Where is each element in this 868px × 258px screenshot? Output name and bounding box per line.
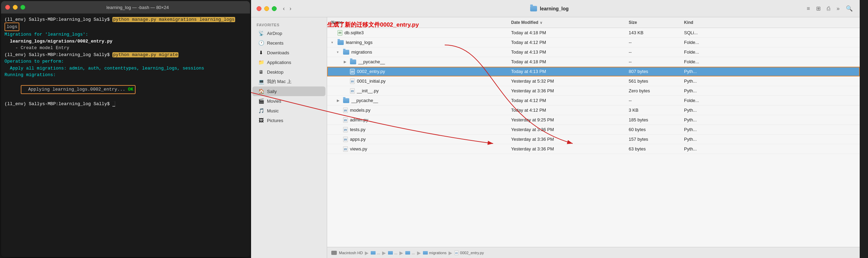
file-row-views[interactable]: py views.py Yesterday at 3:36 PM 63 byte… xyxy=(327,144,860,154)
file-row-db[interactable]: db db.sqlite3 Today at 4:18 PM 143 KB SQ… xyxy=(327,28,860,38)
sidebar-item-downloads[interactable]: ⬇ Downloads xyxy=(252,48,325,57)
statusbar-folder-1[interactable]: ... xyxy=(371,251,380,255)
file-date-migrations: Today at 4:13 PM xyxy=(507,49,625,55)
cmd-makemigrations: python manage.py makemigrations learning… xyxy=(112,17,235,22)
cmd-box-logs: logs xyxy=(4,22,19,31)
statusbar-migrations[interactable]: migrations xyxy=(423,251,447,255)
file-name-pycache1: ▶ __pycache__ xyxy=(327,58,507,65)
file-row-migrations[interactable]: ▾ migrations Today at 4:13 PM -- Folde..… xyxy=(327,47,860,57)
finder-close-button[interactable] xyxy=(257,6,261,11)
expand-arrow-pycache2[interactable]: ▶ xyxy=(337,99,341,102)
statusbar-folder-icon-2 xyxy=(388,251,393,255)
file-row-apps[interactable]: py apps.py Yesterday at 3:36 PM 157 byte… xyxy=(327,135,860,144)
py-icon-init: py xyxy=(350,88,355,94)
sidebar-item-pictures[interactable]: 🖼 Pictures xyxy=(252,116,325,125)
applications-icon: 📁 xyxy=(258,59,264,65)
view-list-icon[interactable]: ≡ xyxy=(805,4,811,13)
music-icon: 🎵 xyxy=(258,108,264,114)
file-row-admin[interactable]: py admin.py Yesterday at 9:25 PM 185 byt… xyxy=(327,115,860,125)
sidebar-item-label-downloads: Downloads xyxy=(267,50,289,55)
movies-icon: 🎬 xyxy=(258,98,264,104)
maximize-button[interactable] xyxy=(20,5,25,10)
search-icon[interactable]: 🔍 xyxy=(844,4,854,13)
view-grid-icon[interactable]: ⊞ xyxy=(815,4,822,13)
file-row-init[interactable]: py __init__.py Yesterday at 3:36 PM Zero… xyxy=(327,86,860,96)
file-date-0001-initial: Yesterday at 5:32 PM xyxy=(507,78,625,84)
file-name-db: db db.sqlite3 xyxy=(327,29,507,36)
file-date-learning-logs: Today at 4:12 PM xyxy=(507,39,625,46)
sidebar-item-recents[interactable]: 🕐 Recents xyxy=(252,38,325,48)
sidebar-item-sally[interactable]: 🏠 Sally xyxy=(252,86,325,96)
minimize-button[interactable] xyxy=(13,5,18,10)
py-icon-0002: py xyxy=(350,69,355,74)
statusbar-macintosh-hd: Macintosh HD xyxy=(339,251,363,255)
file-kind-models: Pyth... xyxy=(680,107,860,113)
sidebar-item-label-applications: Applications xyxy=(267,60,291,65)
file-size-pycache2: -- xyxy=(625,97,680,104)
file-kind-0002-entry: Pyth... xyxy=(680,68,860,75)
terminal-line-4: - Create model Entry xyxy=(4,45,247,52)
py-icon-0001: py xyxy=(350,79,355,84)
file-row-pycache1[interactable]: ▶ __pycache__ Today at 4:18 PM -- Folde.… xyxy=(327,57,860,67)
finder-maximize-button[interactable] xyxy=(272,6,277,11)
sidebar-item-movies[interactable]: 🎬 Movies xyxy=(252,96,325,106)
file-row-0001-initial[interactable]: py 0001_initial.py Yesterday at 5:32 PM … xyxy=(327,76,860,86)
py-icon-admin: py xyxy=(343,117,348,123)
share-icon[interactable]: ⎙ xyxy=(825,4,832,13)
statusbar-folder-3[interactable]: ... xyxy=(405,251,415,255)
file-size-views: 63 bytes xyxy=(625,146,680,152)
file-name-views: py views.py xyxy=(327,146,507,153)
file-row-0002-entry[interactable]: py 0002_entry.py Today at 4:13 PM 807 by… xyxy=(327,67,860,76)
file-name-0001-initial: py 0001_initial.py xyxy=(327,78,507,85)
statusbar-file: py 0002_entry.py xyxy=(454,250,484,255)
file-size-migrations: -- xyxy=(625,49,680,55)
statusbar-folder-icon-3 xyxy=(405,251,410,255)
sidebar-item-label-mac: 我的 Mac 上 xyxy=(267,79,292,85)
finder-sidebar: Favorites 📡 AirDrop 🕐 Recents ⬇ Download… xyxy=(251,17,327,258)
sidebar-item-music[interactable]: 🎵 Music xyxy=(252,106,325,116)
col-date-modified: Date Modified ∨ xyxy=(507,19,625,26)
file-size-init: Zero bytes xyxy=(625,87,680,94)
sally-icon: 🏠 xyxy=(258,88,264,94)
statusbar-folder-2[interactable]: ... xyxy=(388,251,397,255)
file-size-admin: 185 bytes xyxy=(625,117,680,123)
file-row-tests[interactable]: py tests.py Yesterday at 3:36 PM 60 byte… xyxy=(327,125,860,135)
terminal-line-10: (ll_env) Sallys-MBP:learning_log Sally$ … xyxy=(4,101,247,108)
sidebar-item-desktop[interactable]: 🖥 Desktop xyxy=(252,67,325,77)
terminal-body: (ll_env) Sallys-MBP:learning_log Sally$ … xyxy=(1,13,250,257)
sidebar-item-applications[interactable]: 📁 Applications xyxy=(252,57,325,67)
pictures-icon: 🖼 xyxy=(258,117,264,123)
expand-arrow-pycache1[interactable]: ▶ xyxy=(344,60,348,64)
close-button[interactable] xyxy=(5,5,10,10)
file-row-learning-logs[interactable]: ▾ learning_logs Today at 4:12 PM -- Fold… xyxy=(327,38,860,47)
py-icon-apps: py xyxy=(343,137,348,142)
file-name-learning-logs: ▾ learning_logs xyxy=(327,39,507,46)
finder-toolbar-right: ≡ ⊞ ⎙ » 🔍 xyxy=(805,4,854,13)
sidebar-item-label-sally: Sally xyxy=(267,89,277,94)
file-name-admin: py admin.py xyxy=(327,117,507,123)
traffic-lights xyxy=(5,5,25,10)
terminal-line-1: (ll_env) Sallys-MBP:learning_log Sally$ … xyxy=(4,16,247,23)
more-options-icon[interactable]: » xyxy=(835,4,841,13)
back-button[interactable]: ‹ xyxy=(281,4,287,13)
finder-minimize-button[interactable] xyxy=(264,6,269,11)
mac-icon: 💻 xyxy=(258,79,264,85)
col-size: Size xyxy=(625,19,680,26)
expand-arrow-learning-logs[interactable]: ▾ xyxy=(331,40,335,44)
file-date-apps: Yesterday at 3:36 PM xyxy=(507,136,625,142)
terminal-title: learning_log — -bash — 80×24 xyxy=(29,5,246,10)
statusbar-py-icon: py xyxy=(454,250,459,255)
statusbar-folder-icon-4 xyxy=(423,251,428,255)
file-row-models[interactable]: py models.py Today at 4:12 PM 3 KB Pyth.… xyxy=(327,105,860,115)
sidebar-item-mac[interactable]: 💻 我的 Mac 上 xyxy=(252,77,325,86)
sidebar-item-airdrop[interactable]: 📡 AirDrop xyxy=(252,28,325,38)
forward-button[interactable]: › xyxy=(287,4,293,13)
file-list-body: db db.sqlite3 Today at 4:18 PM 143 KB SQ… xyxy=(327,28,860,247)
expand-arrow-migrations[interactable]: ▾ xyxy=(337,50,341,54)
file-date-0002-entry: Today at 4:13 PM xyxy=(507,68,625,75)
file-date-admin: Yesterday at 9:25 PM xyxy=(507,117,625,123)
file-size-db: 143 KB xyxy=(625,29,680,36)
file-kind-0001-initial: Pyth... xyxy=(680,78,860,84)
sidebar-item-label-desktop: Desktop xyxy=(267,70,284,75)
file-row-pycache2[interactable]: ▶ __pycache__ Today at 4:12 PM -- Folde.… xyxy=(327,96,860,105)
